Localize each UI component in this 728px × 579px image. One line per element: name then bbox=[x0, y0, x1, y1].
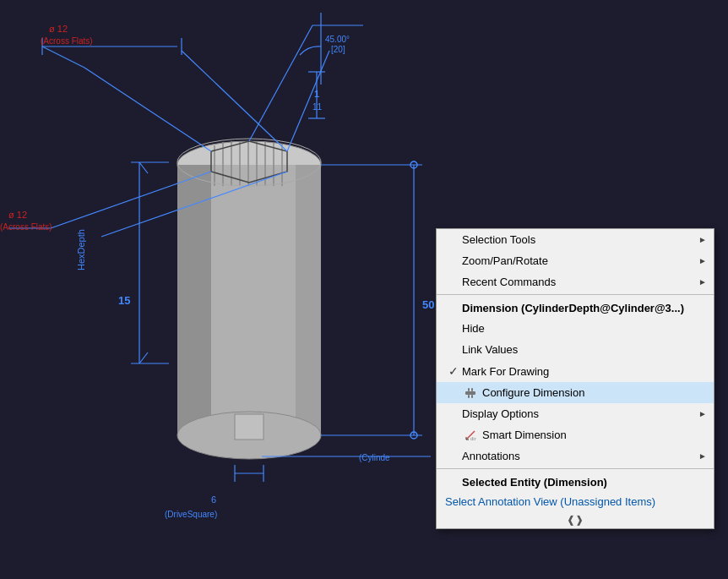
menu-label-mark-for-drawing: Mark For Drawing bbox=[462, 365, 549, 378]
menu-label-configure-dimension: Configure Dimension bbox=[482, 386, 584, 399]
svg-text:(DriveSquare): (DriveSquare) bbox=[165, 510, 217, 519]
menu-label-display-options: Display Options bbox=[462, 407, 539, 420]
check-area-mark-drawing: ✓ bbox=[445, 364, 462, 378]
menu-item-select-annotation-view[interactable]: Select Annotation View (Unassigned Items… bbox=[437, 492, 714, 511]
configure-dimension-icon bbox=[462, 387, 479, 399]
menu-label-selected-entity: Selected Entity (Dimension) bbox=[462, 476, 607, 489]
svg-rect-4 bbox=[296, 165, 321, 435]
menu-item-configure-dimension[interactable]: Configure Dimension bbox=[437, 382, 714, 403]
menu-label-hide: Hide bbox=[462, 322, 485, 335]
svg-text:1: 1 bbox=[314, 89, 319, 99]
menu-section-selected-entity: Selected Entity (Dimension) bbox=[437, 471, 714, 492]
svg-text:15: 15 bbox=[118, 294, 130, 307]
arrow-selection-tools: ► bbox=[698, 235, 707, 244]
svg-text:11: 11 bbox=[312, 102, 323, 112]
arrow-recent: ► bbox=[698, 277, 707, 287]
svg-text:(Across Flats): (Across Flats) bbox=[0, 222, 52, 232]
menu-item-display-options[interactable]: Display Options ► bbox=[437, 403, 714, 424]
menu-label-smart-dimension: Smart Dimension bbox=[482, 429, 567, 441]
svg-rect-63 bbox=[465, 391, 475, 395]
menu-item-mark-for-drawing[interactable]: ✓ Mark For Drawing bbox=[437, 360, 714, 382]
menu-label-selection-tools: Selection Tools bbox=[462, 233, 535, 246]
menu-label-dimension-header: Dimension (CylinderDepth@Cylinder@3...) bbox=[462, 302, 684, 314]
menu-item-recent-commands[interactable]: Recent Commands ► bbox=[437, 271, 714, 292]
menu-label-select-annotation-view: Select Annotation View (Unassigned Items… bbox=[445, 495, 655, 508]
context-menu: Selection Tools ► Zoom/Pan/Rotate ► Rece… bbox=[436, 228, 714, 529]
svg-text:(Cylinde: (Cylinde bbox=[359, 453, 390, 462]
menu-item-smart-dimension[interactable]: dim Smart Dimension bbox=[437, 424, 714, 445]
menu-label-zoom-pan-rotate: Zoom/Pan/Rotate bbox=[462, 254, 548, 267]
menu-label-annotations: Annotations bbox=[462, 450, 520, 462]
svg-text:50: 50 bbox=[422, 298, 434, 311]
smart-dim-icon-svg: dim bbox=[465, 429, 476, 441]
menu-item-hide[interactable]: Hide bbox=[437, 318, 714, 339]
menu-item-annotations[interactable]: Annotations ► bbox=[437, 445, 714, 467]
svg-text:6: 6 bbox=[211, 494, 216, 505]
divider-2 bbox=[437, 468, 714, 469]
svg-rect-65 bbox=[471, 388, 473, 391]
menu-item-selection-tools[interactable]: Selection Tools ► bbox=[437, 229, 714, 250]
menu-label-link-values: Link Values bbox=[462, 343, 518, 356]
menu-label-recent-commands: Recent Commands bbox=[462, 276, 556, 288]
divider-1 bbox=[437, 294, 714, 295]
svg-text:dim: dim bbox=[470, 436, 476, 441]
arrow-display: ► bbox=[698, 409, 707, 418]
smart-dimension-icon: dim bbox=[462, 429, 479, 441]
arrow-zoom: ► bbox=[698, 256, 707, 265]
svg-text:ø 12: ø 12 bbox=[49, 24, 68, 34]
menu-item-link-values[interactable]: Link Values bbox=[437, 339, 714, 360]
svg-text:(Across Flats): (Across Flats) bbox=[41, 36, 93, 46]
configure-icon-svg bbox=[465, 387, 476, 399]
svg-rect-15 bbox=[235, 414, 263, 440]
svg-rect-66 bbox=[468, 395, 470, 398]
check-mark-icon: ✓ bbox=[448, 364, 459, 378]
menu-item-zoom-pan-rotate[interactable]: Zoom/Pan/Rotate ► bbox=[437, 250, 714, 271]
svg-rect-67 bbox=[471, 395, 473, 398]
svg-rect-3 bbox=[177, 165, 211, 435]
svg-text:ø 12: ø 12 bbox=[8, 210, 27, 220]
svg-text:[20]: [20] bbox=[331, 45, 345, 54]
menu-section-dimension: Dimension (CylinderDepth@Cylinder@3...) bbox=[437, 297, 714, 318]
arrow-annotations: ► bbox=[698, 451, 707, 461]
menu-chevron-down[interactable]: ❰❱ bbox=[437, 511, 714, 528]
svg-rect-64 bbox=[468, 388, 470, 391]
svg-text:HexDepth: HexDepth bbox=[76, 229, 86, 270]
svg-text:45.00°: 45.00° bbox=[325, 35, 350, 44]
